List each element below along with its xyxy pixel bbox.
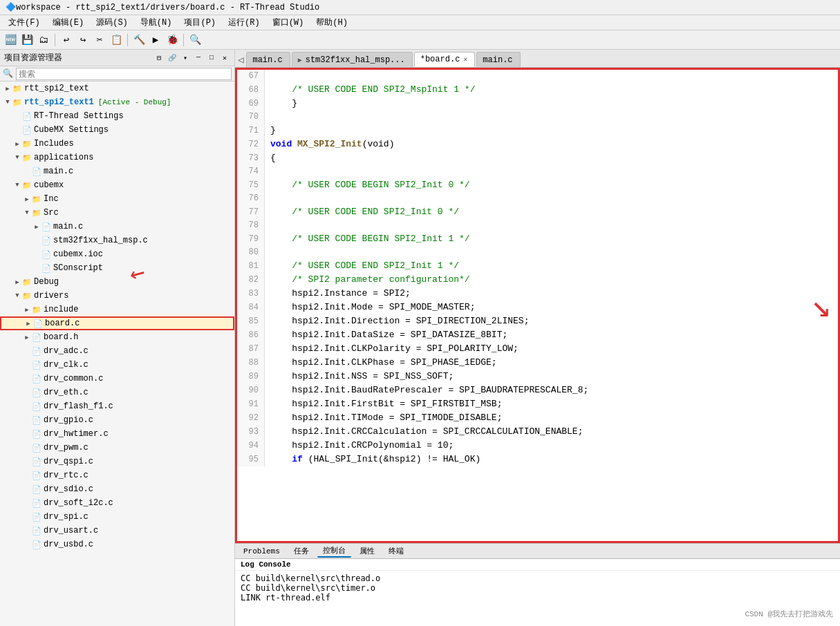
tree-item-drv_pwm[interactable]: 📄drv_pwm.c xyxy=(0,441,234,455)
tree-item-drv_qspi[interactable]: 📄drv_qspi.c xyxy=(0,455,234,468)
tree-item-app_main_c[interactable]: 📄main.c xyxy=(0,164,234,178)
line-content xyxy=(265,246,838,259)
menu-item-运行r[interactable]: 运行(R) xyxy=(223,15,265,30)
tree-item-cubemx[interactable]: ▼📁cubemx xyxy=(0,178,234,192)
tab-3[interactable]: main.c xyxy=(476,52,520,67)
tree-item-stm32_hal[interactable]: 📄stm32f1xx_hal_msp.c xyxy=(0,234,234,247)
log-title: Log Console xyxy=(235,559,840,571)
line-number: 78 xyxy=(237,219,265,232)
tree-item-drv_spi[interactable]: 📄drv_spi.c xyxy=(0,510,234,524)
tree-item-drv_usart[interactable]: 📄drv_usart.c xyxy=(0,524,234,538)
toolbar-search[interactable]: 🔍 xyxy=(187,32,203,48)
tree-item-rtt_spi2_text1[interactable]: ▼📁rtt_spi2_text1[Active - Debug] xyxy=(0,95,234,109)
tab-1[interactable]: ▶stm32f1xx_hal_msp... xyxy=(292,52,413,67)
tree-item-drv_sdio[interactable]: 📄drv_sdio.c xyxy=(0,482,234,496)
search-input[interactable] xyxy=(16,68,232,80)
tree-item-board_c[interactable]: ▶📄board.c xyxy=(0,316,234,330)
left-panel: 项目资源管理器 ⊟ 🔗 ▾ ─ □ ✕ 🔍 ▶📁rtt_spi2_text▼📁r… xyxy=(0,50,235,626)
tree-item-debug[interactable]: ▶📁Debug xyxy=(0,275,234,289)
sep3 xyxy=(183,34,184,46)
toolbar-debug[interactable]: 🐞 xyxy=(165,32,180,48)
line-number: 94 xyxy=(237,439,265,453)
tree-icon-drv_clk: 📄 xyxy=(32,361,41,370)
tree-icon-rtt_spi2_text: 📁 xyxy=(12,84,22,93)
menu-item-导航n[interactable]: 导航(N) xyxy=(135,15,178,30)
menu-item-项目p[interactable]: 项目(P) xyxy=(178,15,221,30)
tree-item-drv_usbd[interactable]: 📄drv_usbd.c xyxy=(0,538,234,551)
tab-scroll-left[interactable]: ◁ xyxy=(235,53,246,67)
tree-item-rt_settings[interactable]: 📄RT-Thread Settings xyxy=(0,109,234,123)
tab-2[interactable]: *board.c✕ xyxy=(414,52,476,67)
bottom-tab-1[interactable]: 任务 xyxy=(288,545,315,557)
tree-label-debug: Debug xyxy=(34,277,59,287)
menu-item-窗口w[interactable]: 窗口(W) xyxy=(267,15,310,30)
collapse-all-btn[interactable]: ⊟ xyxy=(153,53,165,64)
link-with-editor-btn[interactable]: 🔗 xyxy=(167,53,178,64)
tree-item-drv_soft_i2c[interactable]: 📄drv_soft_i2c.c xyxy=(0,496,234,510)
tree-label-drv_flash_f1: drv_flash_f1.c xyxy=(44,401,113,411)
menu-item-编辑e[interactable]: 编辑(E) xyxy=(47,15,90,30)
tree-item-SConscript1[interactable]: 📄SConscript xyxy=(0,261,234,275)
line-content: /* USER CODE BEGIN SPI2_Init 0 */ xyxy=(265,178,838,192)
tree-item-src[interactable]: ▼📁Src xyxy=(0,206,234,220)
bottom-tab-3[interactable]: 属性 xyxy=(354,545,380,557)
toolbar-saveall[interactable]: 🗂 xyxy=(36,32,51,48)
tree-item-drivers[interactable]: ▼📁drivers xyxy=(0,289,234,303)
code-editor[interactable]: 6768 /* USER CODE END SPI2_MspInit 1 */6… xyxy=(235,68,840,543)
tree-icon-drv_sdio: 📄 xyxy=(32,485,41,494)
tree-item-drv_adc[interactable]: 📄drv_adc.c xyxy=(0,344,234,358)
tree-item-drv_flash_f1[interactable]: 📄drv_flash_f1.c xyxy=(0,399,234,413)
tree-label-rtt_spi2_text: rtt_spi2_text xyxy=(24,84,89,93)
bottom-tab-0[interactable]: Problems xyxy=(238,547,286,556)
line-number: 91 xyxy=(237,397,265,411)
tree-icon-src: 📁 xyxy=(32,209,41,218)
tree-icon-drv_spi: 📄 xyxy=(32,513,41,522)
toolbar-new[interactable]: 🆕 xyxy=(3,32,18,48)
tree-item-src_main_c[interactable]: ▶📄main.c xyxy=(0,220,234,234)
tree-item-drv_rtc[interactable]: 📄drv_rtc.c xyxy=(0,468,234,482)
search-icon: 🔍 xyxy=(3,68,13,79)
tab-0[interactable]: main.c xyxy=(246,52,290,67)
tree-label-drv_rtc: drv_rtc.c xyxy=(44,471,88,480)
tree-arrow-rtt_spi2_text1: ▼ xyxy=(3,99,12,106)
toolbar-undo[interactable]: ↩ xyxy=(59,32,74,48)
bottom-tab-2[interactable]: 控制台 xyxy=(317,544,351,558)
tree-arrow-applications: ▼ xyxy=(12,154,22,161)
toolbar-redo[interactable]: ↪ xyxy=(75,32,91,48)
tree-item-drv_hwtimer[interactable]: 📄drv_hwtimer.c xyxy=(0,427,234,441)
tree-item-include_folder[interactable]: ▶📁include xyxy=(0,303,234,316)
explorer-menu-btn[interactable]: ▾ xyxy=(180,53,191,64)
tree-icon-board_h: 📄 xyxy=(32,333,41,342)
menu-item-源码s[interactable]: 源码(S) xyxy=(91,15,133,30)
tree-arrow-drivers: ▼ xyxy=(12,292,22,299)
tab-close-2[interactable]: ✕ xyxy=(463,55,467,64)
tree-item-applications[interactable]: ▼📁applications xyxy=(0,151,234,164)
explorer-min-btn[interactable]: ─ xyxy=(193,53,204,64)
tree-item-inc[interactable]: ▶📁Inc xyxy=(0,192,234,206)
code-line: 90 hspi2.Init.BaudRatePrescaler = SPI_BA… xyxy=(237,383,838,397)
line-content xyxy=(265,192,838,205)
code-content: 6768 /* USER CODE END SPI2_MspInit 1 */6… xyxy=(237,70,838,466)
toolbar-copy[interactable]: 📋 xyxy=(109,32,124,48)
tree-item-includes[interactable]: ▶📁Includes xyxy=(0,137,234,151)
toolbar-save[interactable]: 💾 xyxy=(19,32,35,48)
tree-item-drv_clk[interactable]: 📄drv_clk.c xyxy=(0,358,234,372)
toolbar-build[interactable]: 🔨 xyxy=(131,32,147,48)
log-line: CC build\kernel\src\thread.o xyxy=(241,573,834,583)
toolbar-run[interactable]: ▶ xyxy=(148,32,163,48)
tree-item-cubemx_ioc[interactable]: 📄cubemx.ioc xyxy=(0,247,234,261)
tree-item-drv_common[interactable]: 📄drv_common.c xyxy=(0,372,234,386)
tree-icon-include_folder: 📁 xyxy=(32,305,41,314)
tree-item-drv_gpio[interactable]: 📄drv_gpio.c xyxy=(0,413,234,427)
tree-item-cubemx_settings[interactable]: 📄CubeMX Settings xyxy=(0,123,234,137)
line-number: 71 xyxy=(237,124,265,137)
menu-item-帮助h[interactable]: 帮助(H) xyxy=(310,15,353,30)
toolbar-cut[interactable]: ✂ xyxy=(92,32,107,48)
menu-item-文件f[interactable]: 文件(F) xyxy=(3,15,46,30)
tree-item-rtt_spi2_text[interactable]: ▶📁rtt_spi2_text xyxy=(0,82,234,95)
bottom-tab-4[interactable]: 终端 xyxy=(383,545,409,557)
tree-item-drv_eth[interactable]: 📄drv_eth.c xyxy=(0,386,234,399)
tree-item-board_h[interactable]: ▶📄board.h xyxy=(0,330,234,344)
explorer-max-btn[interactable]: □ xyxy=(206,53,217,64)
explorer-close-btn[interactable]: ✕ xyxy=(219,53,230,64)
